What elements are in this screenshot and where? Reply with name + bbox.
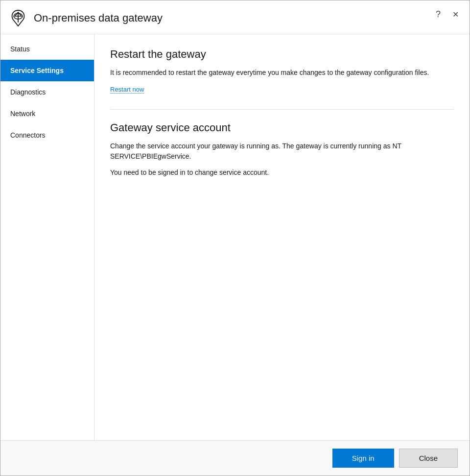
restart-now-link[interactable]: Restart now: [110, 86, 144, 94]
service-account-title: Gateway service account: [110, 121, 454, 134]
service-account-description2: You need to be signed in to change servi…: [110, 167, 454, 178]
restart-title: Restart the gateway: [110, 48, 454, 61]
gateway-icon: [8, 8, 28, 28]
sidebar-item-service-settings[interactable]: Service Settings: [0, 60, 94, 81]
sign-in-button[interactable]: Sign in: [332, 449, 394, 468]
sidebar-item-connectors[interactable]: Connectors: [0, 124, 94, 146]
close-button[interactable]: Close: [399, 449, 458, 468]
help-button[interactable]: ?: [433, 8, 444, 21]
service-account-description1: Change the service account your gateway …: [110, 141, 454, 162]
sidebar-item-diagnostics[interactable]: Diagnostics: [0, 81, 94, 103]
app-title: On-premises data gateway: [34, 12, 462, 24]
restart-description: It is recommended to restart the gateway…: [110, 68, 454, 78]
main-window: On-premises data gateway ? ✕ Status Serv…: [0, 0, 470, 476]
content-area: Restart the gateway It is recommended to…: [94, 34, 470, 440]
close-window-button[interactable]: ✕: [449, 9, 462, 20]
title-bar: On-premises data gateway ? ✕: [0, 0, 470, 34]
main-content: Status Service Settings Diagnostics Netw…: [0, 34, 470, 440]
section-divider: [110, 109, 454, 110]
sidebar-item-network[interactable]: Network: [0, 103, 94, 124]
service-account-section: Gateway service account Change the servi…: [110, 121, 454, 178]
footer: Sign in Close: [0, 440, 470, 476]
restart-section: Restart the gateway It is recommended to…: [110, 48, 454, 94]
sidebar-item-status[interactable]: Status: [0, 38, 94, 60]
sidebar: Status Service Settings Diagnostics Netw…: [0, 34, 94, 440]
window-controls: ? ✕: [433, 8, 462, 21]
